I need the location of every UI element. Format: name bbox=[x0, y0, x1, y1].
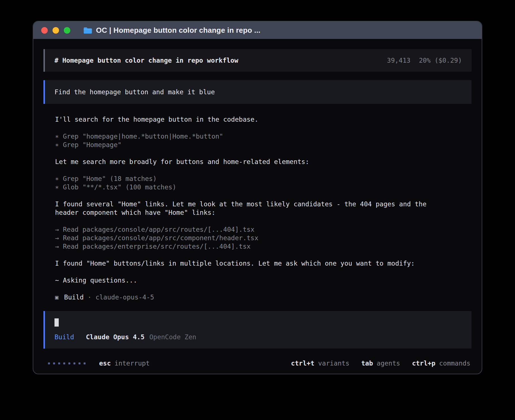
assistant-text: I found "Home" buttons/links in multiple… bbox=[55, 259, 439, 268]
hint-agents: tab agents bbox=[361, 360, 400, 367]
titlebar: OC | Homepage button color change in rep… bbox=[33, 21, 482, 39]
transcript: I'll search for the homepage button in t… bbox=[55, 115, 439, 301]
ctrl-p-key: ctrl+p bbox=[412, 360, 435, 367]
keyboard-hints: ctrl+t variants tab agents ctrl+p comman… bbox=[291, 360, 470, 367]
assistant-text: I found several "Home" links. Let me loo… bbox=[55, 200, 439, 217]
assistant-text: I'll search for the homepage button in t… bbox=[55, 115, 439, 124]
hint-commands: ctrl+p commands bbox=[412, 360, 470, 367]
agent-model: claude-opus-4-5 bbox=[95, 293, 154, 301]
tab-key: tab bbox=[361, 360, 373, 367]
zoom-button[interactable] bbox=[64, 27, 70, 34]
tool-call-glob: ∗ Glob "**/*.tsx" (100 matches) bbox=[55, 183, 439, 191]
agent-status: ▣ Build · claude-opus-4-5 bbox=[55, 293, 439, 301]
folder-icon bbox=[83, 27, 92, 34]
minimize-button[interactable] bbox=[53, 27, 59, 34]
variants-label: variants bbox=[318, 360, 350, 367]
agent-separator: · bbox=[88, 293, 91, 301]
model-label: Claude Opus 4.5 bbox=[86, 333, 145, 341]
user-message: Find the homepage button and make it blu… bbox=[43, 80, 472, 104]
tool-call-read: → Read packages/enterprise/src/routes/[.… bbox=[55, 242, 439, 251]
tool-call-grep: ∗ Grep "Homepage" bbox=[55, 141, 439, 149]
ctrl-t-key: ctrl+t bbox=[291, 360, 315, 367]
spinner-dots bbox=[48, 362, 86, 364]
agent-mode-label: Build bbox=[54, 333, 74, 341]
tool-call-read: → Read packages/console/app/src/routes/[… bbox=[55, 225, 439, 234]
tool-call-grep: ∗ Grep "Home" (18 matches) bbox=[55, 174, 439, 183]
session-header: # Homepage button color change in repo w… bbox=[43, 49, 472, 72]
agent-icon: ▣ bbox=[55, 293, 58, 301]
tool-call-grep: ∗ Grep "homepage|home.*button|Home.*butt… bbox=[55, 132, 439, 141]
commands-label: commands bbox=[439, 360, 470, 367]
esc-label: interrupt bbox=[115, 360, 150, 367]
session-stats: 39,413 20% ($0.29) bbox=[387, 57, 462, 64]
assistant-text: Let me search more broadly for buttons a… bbox=[55, 158, 439, 166]
terminal-window: OC | Homepage button color change in rep… bbox=[33, 21, 482, 374]
input-mode-line: Build Claude Opus 4.5 OpenCode Zen bbox=[54, 333, 462, 341]
terminal-content: # Homepage button color change in repo w… bbox=[33, 39, 482, 374]
close-button[interactable] bbox=[41, 27, 48, 34]
token-count: 39,413 bbox=[387, 57, 411, 64]
context-cost: 20% ($0.29) bbox=[419, 57, 462, 64]
tool-call-read: → Read packages/console/app/src/componen… bbox=[55, 234, 439, 242]
hint-variants: ctrl+t variants bbox=[291, 360, 350, 367]
text-cursor bbox=[54, 318, 59, 327]
traffic-lights bbox=[41, 27, 70, 34]
agents-label: agents bbox=[377, 360, 400, 367]
provider-label: OpenCode Zen bbox=[149, 333, 196, 341]
prompt-input[interactable]: Build Claude Opus 4.5 OpenCode Zen bbox=[43, 311, 472, 349]
session-title: # Homepage button color change in repo w… bbox=[54, 57, 238, 64]
user-message-text: Find the homepage button and make it blu… bbox=[54, 88, 215, 96]
status-bar: esc interrupt ctrl+t variants tab agents… bbox=[43, 360, 472, 367]
hint-interrupt: esc interrupt bbox=[99, 360, 150, 367]
agent-name: Build bbox=[64, 293, 84, 301]
esc-key: esc bbox=[99, 360, 111, 367]
window-title: OC | Homepage button color change in rep… bbox=[96, 26, 261, 35]
asking-questions-status: ~ Asking questions... bbox=[55, 276, 439, 285]
